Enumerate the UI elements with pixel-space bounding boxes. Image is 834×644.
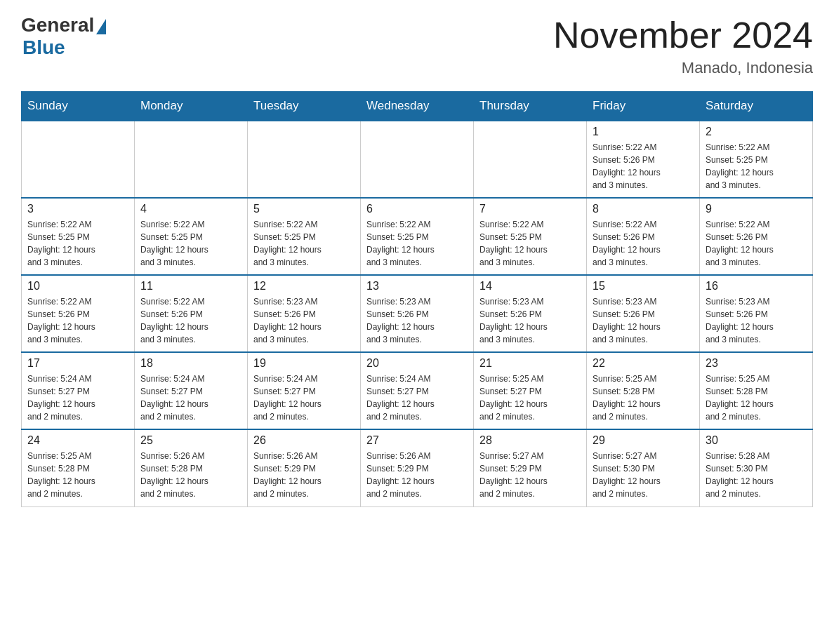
- calendar-day-cell: [474, 121, 587, 198]
- calendar-week-row: 1Sunrise: 5:22 AM Sunset: 5:26 PM Daylig…: [22, 121, 813, 198]
- day-info: Sunrise: 5:23 AM Sunset: 5:26 PM Dayligh…: [479, 295, 581, 346]
- calendar-day-cell: 1Sunrise: 5:22 AM Sunset: 5:26 PM Daylig…: [587, 121, 700, 198]
- day-number: 14: [479, 280, 581, 293]
- calendar-day-cell: 29Sunrise: 5:27 AM Sunset: 5:30 PM Dayli…: [587, 429, 700, 507]
- calendar-week-row: 10Sunrise: 5:22 AM Sunset: 5:26 PM Dayli…: [22, 275, 813, 352]
- calendar-day-cell: 10Sunrise: 5:22 AM Sunset: 5:26 PM Dayli…: [22, 275, 135, 352]
- calendar-day-cell: 2Sunrise: 5:22 AM Sunset: 5:25 PM Daylig…: [700, 121, 813, 198]
- day-info: Sunrise: 5:22 AM Sunset: 5:26 PM Dayligh…: [593, 218, 694, 269]
- calendar-table: SundayMondayTuesdayWednesdayThursdayFrid…: [21, 91, 813, 507]
- day-number: 15: [593, 280, 694, 293]
- day-number: 22: [593, 357, 694, 370]
- calendar-day-cell: 11Sunrise: 5:22 AM Sunset: 5:26 PM Dayli…: [135, 275, 248, 352]
- day-info: Sunrise: 5:25 AM Sunset: 5:28 PM Dayligh…: [27, 450, 128, 500]
- calendar-header-monday: Monday: [135, 92, 248, 121]
- day-number: 5: [253, 203, 355, 215]
- calendar-header-tuesday: Tuesday: [248, 92, 361, 121]
- calendar-day-cell: [248, 121, 361, 198]
- day-info: Sunrise: 5:23 AM Sunset: 5:26 PM Dayligh…: [366, 295, 468, 346]
- calendar-day-cell: 14Sunrise: 5:23 AM Sunset: 5:26 PM Dayli…: [474, 275, 587, 352]
- day-info: Sunrise: 5:26 AM Sunset: 5:28 PM Dayligh…: [140, 450, 241, 500]
- calendar-day-cell: 30Sunrise: 5:28 AM Sunset: 5:30 PM Dayli…: [700, 429, 813, 507]
- day-number: 29: [593, 434, 694, 447]
- calendar-week-row: 17Sunrise: 5:24 AM Sunset: 5:27 PM Dayli…: [22, 352, 813, 429]
- day-number: 6: [366, 203, 468, 215]
- day-number: 24: [27, 434, 128, 447]
- day-number: 17: [27, 357, 128, 370]
- calendar-day-cell: 24Sunrise: 5:25 AM Sunset: 5:28 PM Dayli…: [22, 429, 135, 507]
- day-number: 2: [706, 126, 807, 138]
- calendar-day-cell: 15Sunrise: 5:23 AM Sunset: 5:26 PM Dayli…: [587, 275, 700, 352]
- calendar-day-cell: 17Sunrise: 5:24 AM Sunset: 5:27 PM Dayli…: [22, 352, 135, 429]
- day-info: Sunrise: 5:22 AM Sunset: 5:25 PM Dayligh…: [479, 218, 581, 269]
- calendar-header-friday: Friday: [587, 92, 700, 121]
- calendar-day-cell: 28Sunrise: 5:27 AM Sunset: 5:29 PM Dayli…: [474, 429, 587, 507]
- day-number: 19: [253, 357, 355, 370]
- day-number: 10: [27, 280, 128, 293]
- day-number: 13: [366, 280, 468, 293]
- calendar-day-cell: 5Sunrise: 5:22 AM Sunset: 5:25 PM Daylig…: [248, 198, 361, 275]
- calendar-day-cell: 7Sunrise: 5:22 AM Sunset: 5:25 PM Daylig…: [474, 198, 587, 275]
- calendar-day-cell: 22Sunrise: 5:25 AM Sunset: 5:28 PM Dayli…: [587, 352, 700, 429]
- day-info: Sunrise: 5:22 AM Sunset: 5:25 PM Dayligh…: [253, 218, 355, 269]
- calendar-day-cell: 12Sunrise: 5:23 AM Sunset: 5:26 PM Dayli…: [248, 275, 361, 352]
- day-info: Sunrise: 5:23 AM Sunset: 5:26 PM Dayligh…: [253, 295, 355, 346]
- calendar-day-cell: 19Sunrise: 5:24 AM Sunset: 5:27 PM Dayli…: [248, 352, 361, 429]
- day-number: 23: [706, 357, 807, 370]
- calendar-header-wednesday: Wednesday: [361, 92, 474, 121]
- day-info: Sunrise: 5:22 AM Sunset: 5:26 PM Dayligh…: [593, 141, 694, 192]
- day-info: Sunrise: 5:23 AM Sunset: 5:26 PM Dayligh…: [706, 295, 807, 346]
- day-info: Sunrise: 5:22 AM Sunset: 5:25 PM Dayligh…: [366, 218, 468, 269]
- day-info: Sunrise: 5:27 AM Sunset: 5:30 PM Dayligh…: [593, 450, 694, 500]
- calendar-week-row: 3Sunrise: 5:22 AM Sunset: 5:25 PM Daylig…: [22, 198, 813, 275]
- day-number: 8: [593, 203, 694, 215]
- day-number: 26: [253, 434, 355, 447]
- logo-blue-text: Blue: [22, 36, 65, 59]
- day-info: Sunrise: 5:23 AM Sunset: 5:26 PM Dayligh…: [593, 295, 694, 346]
- calendar-day-cell: 23Sunrise: 5:25 AM Sunset: 5:28 PM Dayli…: [700, 352, 813, 429]
- calendar-day-cell: 6Sunrise: 5:22 AM Sunset: 5:25 PM Daylig…: [361, 198, 474, 275]
- logo: General Blue: [21, 14, 106, 59]
- calendar-week-row: 24Sunrise: 5:25 AM Sunset: 5:28 PM Dayli…: [22, 429, 813, 507]
- day-number: 3: [27, 203, 128, 215]
- day-info: Sunrise: 5:27 AM Sunset: 5:29 PM Dayligh…: [479, 450, 581, 500]
- calendar-day-cell: 27Sunrise: 5:26 AM Sunset: 5:29 PM Dayli…: [361, 429, 474, 507]
- calendar-day-cell: 16Sunrise: 5:23 AM Sunset: 5:26 PM Dayli…: [700, 275, 813, 352]
- day-info: Sunrise: 5:25 AM Sunset: 5:27 PM Dayligh…: [479, 373, 581, 423]
- day-number: 1: [593, 126, 694, 138]
- calendar-header-saturday: Saturday: [700, 92, 813, 121]
- page-header: General Blue November 2024 Manado, Indon…: [21, 14, 813, 77]
- day-info: Sunrise: 5:26 AM Sunset: 5:29 PM Dayligh…: [366, 450, 468, 500]
- calendar-day-cell: 3Sunrise: 5:22 AM Sunset: 5:25 PM Daylig…: [22, 198, 135, 275]
- day-number: 28: [479, 434, 581, 447]
- day-number: 7: [479, 203, 581, 215]
- day-number: 20: [366, 357, 468, 370]
- title-section: November 2024 Manado, Indonesia: [553, 14, 813, 77]
- day-info: Sunrise: 5:22 AM Sunset: 5:25 PM Dayligh…: [140, 218, 241, 269]
- location-subtitle: Manado, Indonesia: [553, 59, 813, 77]
- calendar-day-cell: [22, 121, 135, 198]
- calendar-day-cell: [135, 121, 248, 198]
- day-info: Sunrise: 5:24 AM Sunset: 5:27 PM Dayligh…: [140, 373, 241, 423]
- day-info: Sunrise: 5:22 AM Sunset: 5:25 PM Dayligh…: [27, 218, 128, 269]
- calendar-day-cell: 26Sunrise: 5:26 AM Sunset: 5:29 PM Dayli…: [248, 429, 361, 507]
- day-number: 12: [253, 280, 355, 293]
- logo-general-text: General: [21, 14, 94, 36]
- logo-triangle-icon: [96, 19, 106, 34]
- day-info: Sunrise: 5:22 AM Sunset: 5:26 PM Dayligh…: [706, 218, 807, 269]
- day-number: 4: [140, 203, 241, 215]
- calendar-day-cell: 25Sunrise: 5:26 AM Sunset: 5:28 PM Dayli…: [135, 429, 248, 507]
- day-number: 25: [140, 434, 241, 447]
- day-info: Sunrise: 5:24 AM Sunset: 5:27 PM Dayligh…: [253, 373, 355, 423]
- day-number: 16: [706, 280, 807, 293]
- day-info: Sunrise: 5:24 AM Sunset: 5:27 PM Dayligh…: [366, 373, 468, 423]
- calendar-day-cell: 9Sunrise: 5:22 AM Sunset: 5:26 PM Daylig…: [700, 198, 813, 275]
- calendar-day-cell: 13Sunrise: 5:23 AM Sunset: 5:26 PM Dayli…: [361, 275, 474, 352]
- calendar-day-cell: [361, 121, 474, 198]
- calendar-header-sunday: Sunday: [22, 92, 135, 121]
- day-info: Sunrise: 5:22 AM Sunset: 5:26 PM Dayligh…: [140, 295, 241, 346]
- calendar-day-cell: 4Sunrise: 5:22 AM Sunset: 5:25 PM Daylig…: [135, 198, 248, 275]
- calendar-day-cell: 21Sunrise: 5:25 AM Sunset: 5:27 PM Dayli…: [474, 352, 587, 429]
- calendar-day-cell: 20Sunrise: 5:24 AM Sunset: 5:27 PM Dayli…: [361, 352, 474, 429]
- day-info: Sunrise: 5:28 AM Sunset: 5:30 PM Dayligh…: [706, 450, 807, 500]
